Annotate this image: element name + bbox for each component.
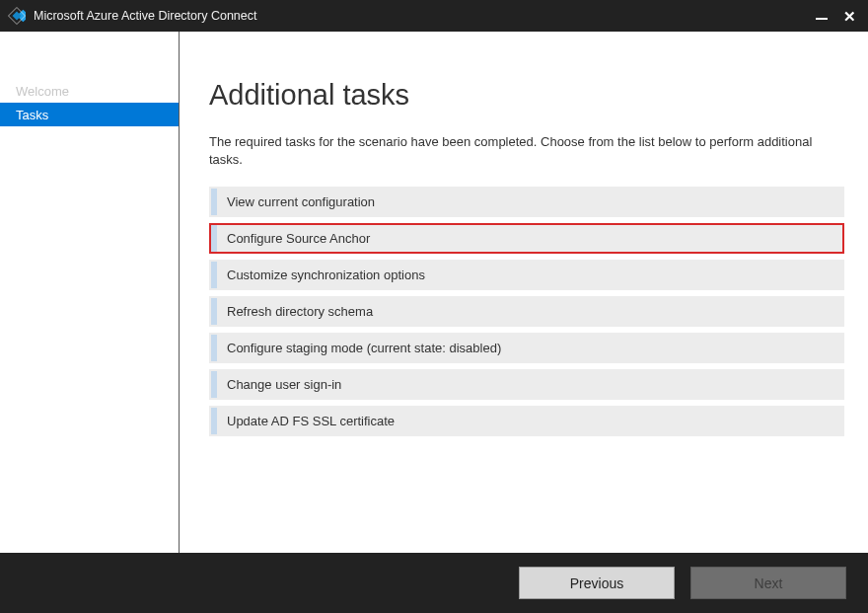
task-update-adfs-ssl[interactable]: Update AD FS SSL certificate (209, 406, 844, 436)
task-list: View current configuration Configure Sou… (209, 187, 844, 436)
window-title: Microsoft Azure Active Directory Connect (34, 9, 816, 23)
task-customize-sync-options[interactable]: Customize synchronization options (209, 260, 844, 290)
task-label: Configure staging mode (current state: d… (217, 341, 501, 355)
task-change-user-signin[interactable]: Change user sign-in (209, 369, 844, 400)
bottom-bar: Previous Next (0, 553, 868, 613)
task-configure-staging-mode[interactable]: Configure staging mode (current state: d… (209, 333, 844, 363)
sidebar: Welcome Tasks (0, 32, 180, 553)
task-label: Update AD FS SSL certificate (217, 414, 395, 428)
task-label: Customize synchronization options (217, 268, 425, 282)
main-content: Additional tasks The required tasks for … (180, 32, 868, 553)
sidebar-item-tasks[interactable]: Tasks (0, 103, 179, 126)
task-label: Change user sign-in (217, 377, 341, 392)
task-configure-source-anchor[interactable]: Configure Source Anchor (209, 223, 844, 254)
titlebar: Microsoft Azure Active Directory Connect… (0, 0, 868, 32)
window-controls: ✕ (816, 9, 860, 24)
task-label: View current configuration (217, 194, 375, 209)
task-refresh-directory-schema[interactable]: Refresh directory schema (209, 296, 844, 327)
task-label: Refresh directory schema (217, 304, 373, 319)
task-label: Configure Source Anchor (217, 231, 370, 246)
previous-button[interactable]: Previous (519, 567, 675, 599)
next-button: Next (690, 567, 846, 599)
sidebar-item-label: Welcome (16, 84, 69, 99)
page-description: The required tasks for the scenario have… (209, 133, 840, 169)
sidebar-item-welcome[interactable]: Welcome (0, 79, 179, 103)
minimize-icon[interactable] (816, 18, 828, 20)
task-view-configuration[interactable]: View current configuration (209, 187, 844, 217)
button-label: Next (755, 575, 783, 591)
window-body: Welcome Tasks Additional tasks The requi… (0, 32, 868, 553)
sidebar-item-label: Tasks (16, 108, 48, 122)
button-label: Previous (570, 575, 623, 591)
close-icon[interactable]: ✕ (843, 9, 856, 24)
page-title: Additional tasks (209, 79, 844, 112)
azure-icon (8, 7, 26, 25)
